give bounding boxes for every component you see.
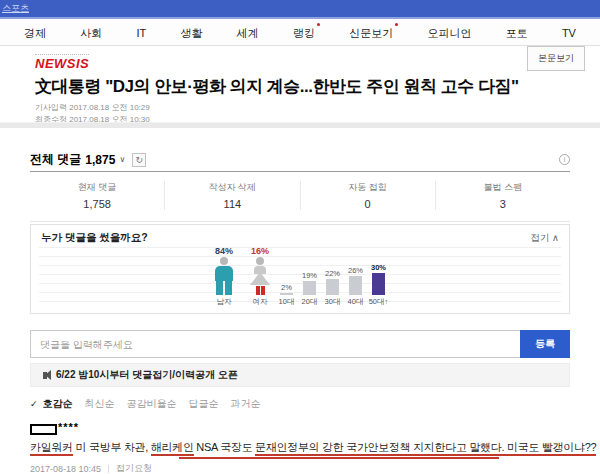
check-icon: ✓ — [30, 399, 38, 409]
view-article-button[interactable]: 본문보기 — [527, 46, 585, 71]
total-comments-label: 전체 댓글 — [30, 151, 81, 168]
new-dot-icon — [395, 23, 398, 26]
sort-by-replies[interactable]: 답글순 — [189, 397, 219, 411]
sort-by-newest[interactable]: 최신순 — [85, 397, 115, 411]
stat-spam: 불법 스팸 3 — [435, 181, 570, 210]
total-comments-count: 1,875 — [85, 153, 115, 167]
nav-item-newspaper[interactable]: 신문보기 — [349, 26, 393, 41]
age-bar-chart: 2% 10대 19% 20대 22% 30대 26% 40대 — [279, 263, 386, 308]
sort-by-oldest[interactable]: 과거순 — [231, 397, 261, 411]
male-percent: 84% — [215, 246, 233, 256]
masked-username-suffix: **** — [58, 421, 79, 433]
chevron-down-icon[interactable]: ∨ — [119, 155, 125, 164]
comment-author: **** — [30, 423, 570, 435]
nav-item-world[interactable]: 세계 — [237, 26, 259, 41]
refresh-icon[interactable]: ↻ — [132, 153, 146, 167]
article-masthead: NEWSIS 文대통령 "DJ의 안보·평화 의지 계승...한반도 주인 원칙… — [35, 54, 565, 125]
demographics-panel: 누가 댓글을 썼을까요? 접기 ∧ 84% 남자 16% 여자 2% — [30, 224, 570, 314]
comment-item: **** 카일워커 미 국방부 차관, 해리케인 NSA 국장도 문재인정부의 … — [30, 423, 570, 474]
newsis-logo[interactable]: NEWSIS — [35, 54, 89, 71]
male-label: 남자 — [217, 297, 232, 307]
male-person-icon — [212, 257, 236, 295]
nav-item-ranking[interactable]: 랭킹 — [293, 26, 315, 41]
new-dot-icon — [317, 23, 320, 26]
nav-item-society[interactable]: 사회 — [80, 26, 102, 41]
sports-link[interactable]: 스포츠 — [2, 2, 29, 15]
submit-comment-button[interactable]: 등록 — [520, 330, 570, 358]
speaker-icon — [43, 372, 47, 379]
demographics-question: 누가 댓글을 썼을까요? — [41, 231, 148, 245]
comment-timestamp: 2017-08-18 10:45 — [30, 464, 101, 474]
nav-item-it[interactable]: IT — [136, 27, 146, 39]
age-bar-20s: 19% 20대 — [302, 271, 317, 307]
sort-by-likes[interactable]: 호감순 — [43, 397, 73, 411]
nav-item-tv[interactable]: TV — [562, 27, 576, 39]
comment-input[interactable] — [30, 330, 520, 358]
age-bar-50s-plus: 30% 50대↑ — [371, 263, 386, 308]
female-person-icon — [248, 257, 272, 295]
female-label: 여자 — [253, 297, 268, 307]
comment-meta: 2017-08-18 10:45 접기요청 — [30, 462, 570, 474]
stat-auto-folded: 자동 접힘 0 — [300, 181, 435, 210]
age-bar-10s: 2% 10대 — [279, 283, 294, 307]
age-bar-40s: 26% 40대 — [348, 266, 363, 308]
redacted-username-box — [30, 424, 57, 435]
comment-text: 카일워커 미 국방부 차관, 해리케인 NSA 국장도 문재인정부의 강한 국가… — [30, 440, 570, 455]
demographics-chart: 84% 남자 16% 여자 2% 10대 — [39, 247, 561, 307]
comment-stats-row: 현재 댓글 1,758 작성자 삭제 114 자동 접힘 0 불법 스팸 3 — [30, 172, 570, 222]
comments-header: 전체 댓글 1,875 ∨ ↻ i — [30, 148, 570, 172]
stat-current-comments: 현재 댓글 1,758 — [30, 181, 164, 210]
female-percent: 16% — [251, 246, 269, 256]
notice-bar: 6/22 밤10시부터 댓글접기/이력공개 오픈 — [30, 363, 570, 387]
collapse-button[interactable]: 접기 ∧ — [530, 232, 559, 245]
fold-request-link[interactable]: 접기요청 — [116, 462, 152, 474]
article-registered-time: 기사입력 2017.08.18 오전 10:29 — [35, 102, 565, 114]
comment-input-row: 등록 — [30, 330, 570, 358]
nav-item-life[interactable]: 생활 — [180, 26, 202, 41]
male-stat: 84% 남자 — [207, 246, 241, 307]
sort-options-row: ✓ 호감순 최신순 공감비율순 답글순 과거순 — [30, 397, 570, 411]
stat-author-deleted: 작성자 삭제 114 — [164, 181, 299, 210]
age-bar-30s: 22% 30대 — [325, 269, 340, 308]
female-stat: 16% 여자 — [243, 246, 277, 307]
info-icon[interactable]: i — [559, 154, 570, 165]
top-blue-bar: 스포츠 — [0, 0, 600, 19]
sort-by-like-ratio[interactable]: 공감비율순 — [127, 397, 177, 411]
meta-divider — [108, 465, 109, 473]
red-underline-annotation — [179, 457, 499, 459]
nav-item-opinion[interactable]: 오피니언 — [427, 26, 471, 41]
comments-module: 전체 댓글 1,875 ∨ ↻ i 현재 댓글 1,758 작성자 삭제 114… — [30, 148, 570, 474]
section-divider — [0, 122, 600, 128]
main-navbar: 경제 사회 IT 생활 세계 랭킹 신문보기 오피니언 포토 TV — [0, 21, 600, 46]
nav-item-photo[interactable]: 포토 — [506, 26, 528, 41]
notice-text: 6/22 밤10시부터 댓글접기/이력공개 오픈 — [56, 368, 238, 382]
nav-item-economy[interactable]: 경제 — [24, 26, 46, 41]
article-title: 文대통령 "DJ의 안보·평화 의지 계승...한반도 주인 원칙 고수 다짐" — [35, 75, 565, 98]
